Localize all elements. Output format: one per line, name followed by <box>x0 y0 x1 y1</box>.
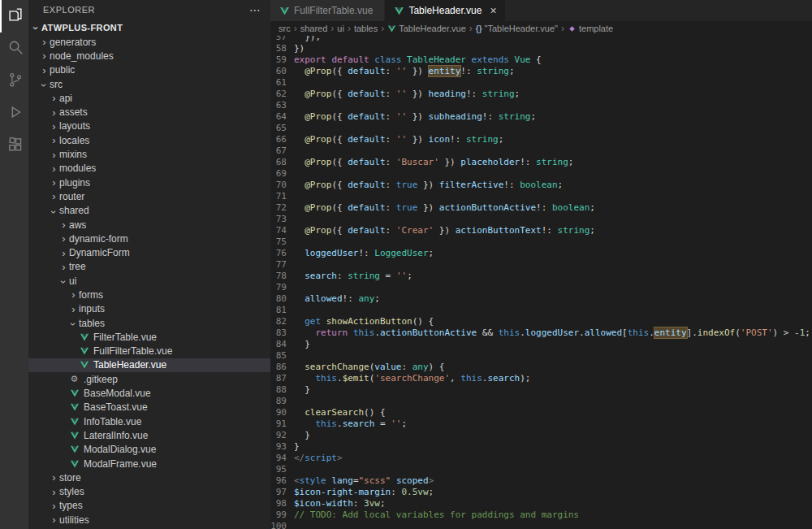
code-line[interactable]: 80 allowed!: any; <box>270 293 812 305</box>
line-number[interactable]: 65 <box>270 123 287 134</box>
line-number[interactable]: 68 <box>270 157 287 168</box>
code-line[interactable]: 69 <box>270 168 812 180</box>
line-number[interactable]: 67 <box>270 145 287 157</box>
tree-folder-utilities[interactable]: ›utilities <box>28 513 270 527</box>
code-line[interactable]: 64 @Prop({ default: '' }) subheading!: s… <box>270 111 812 123</box>
line-number[interactable]: 77 <box>270 259 287 271</box>
breadcrumb-item--tableheader.vue-[interactable]: {}"TableHeader.vue" <box>476 24 558 33</box>
breadcrumb-item-tables[interactable]: tables <box>354 24 378 33</box>
line-number[interactable]: 62 <box>270 89 287 100</box>
line-number[interactable]: 76 <box>270 248 287 259</box>
activity-search-button[interactable] <box>0 33 28 65</box>
line-number[interactable]: 75 <box>270 236 287 248</box>
project-root[interactable]: › ATWPLUS-FRONT <box>28 20 270 35</box>
line-number[interactable]: 73 <box>270 214 287 225</box>
code-line[interactable]: 96<style lang="scss" scoped> <box>270 475 812 487</box>
tree-folder-dynamic-form[interactable]: ›dynamic-form <box>28 232 270 245</box>
activity-files-button[interactable] <box>0 0 28 33</box>
tree-folder-ui[interactable]: ›ui <box>28 274 270 288</box>
code-line[interactable]: 57 }), <box>270 36 812 43</box>
code-line[interactable]: 83 return this.actionButtonActive && thi… <box>270 327 812 339</box>
tree-folder-aws[interactable]: ›aws <box>28 218 270 232</box>
tree-folder-styles[interactable]: ›styles <box>28 485 270 499</box>
activity-extensions-button[interactable] <box>0 130 28 163</box>
more-actions-icon[interactable]: ⋯ <box>249 3 261 16</box>
line-number[interactable]: 85 <box>270 350 287 362</box>
tree-file-filtertable.vue[interactable]: FilterTable.vue <box>28 330 270 344</box>
activity-source-control-button[interactable] <box>0 65 28 98</box>
tab-fullfiltertable.vue[interactable]: FullFilterTable.vue <box>270 0 385 21</box>
line-number[interactable]: 74 <box>270 225 287 236</box>
tree-folder-generators[interactable]: ›generators <box>28 35 270 49</box>
line-number[interactable]: 59 <box>270 54 287 66</box>
tree-folder-locales[interactable]: ›locales <box>28 133 270 147</box>
code-line[interactable]: 90 clearSearch() { <box>270 407 812 418</box>
activity-run-debug-button[interactable] <box>0 98 28 130</box>
code-line[interactable]: 58}) <box>270 43 812 54</box>
line-number[interactable]: 89 <box>270 396 287 407</box>
line-number[interactable]: 64 <box>270 111 287 123</box>
line-number[interactable]: 93 <box>270 441 287 453</box>
tree-file-modalframe.vue[interactable]: ModalFrame.vue <box>28 457 270 470</box>
code-line[interactable]: 79 <box>270 282 812 293</box>
tree-folder-assets[interactable]: ›assets <box>28 105 270 119</box>
line-number[interactable]: 100 <box>270 521 287 529</box>
tree-folder-forms[interactable]: ›forms <box>28 288 270 301</box>
code-line[interactable]: 60 @Prop({ default: '' }) entity!: strin… <box>270 66 812 77</box>
line-number[interactable]: 84 <box>270 339 287 350</box>
line-number[interactable]: 58 <box>270 43 287 54</box>
line-number[interactable]: 99 <box>270 509 287 521</box>
line-number[interactable]: 96 <box>270 475 287 487</box>
code-line[interactable]: 91 this.search = ''; <box>270 418 812 430</box>
line-number[interactable]: 72 <box>270 202 287 214</box>
code-line[interactable]: 94</script> <box>270 453 812 464</box>
tree-folder-store[interactable]: ›store <box>28 470 270 484</box>
line-number[interactable]: 97 <box>270 487 287 498</box>
code-line[interactable]: 76 loggedUser!: LoggedUser; <box>270 248 812 259</box>
tree-file-basemodal.vue[interactable]: BaseModal.vue <box>28 386 270 400</box>
code-line[interactable]: 66 @Prop({ default: '' }) icon!: string; <box>270 134 812 145</box>
code-line[interactable]: 92 } <box>270 430 812 441</box>
code-line[interactable]: 71 <box>270 191 812 202</box>
code-line[interactable]: 65 <box>270 123 812 134</box>
line-number[interactable]: 92 <box>270 430 287 441</box>
tree-folder-node-modules[interactable]: ›node_modules <box>28 49 270 63</box>
tree-folder-modules[interactable]: ›modules <box>28 162 270 176</box>
line-number[interactable]: 98 <box>270 498 287 509</box>
line-number[interactable]: 57 <box>270 36 287 43</box>
code-line[interactable]: 87 this.$emit('searchChange', this.searc… <box>270 373 812 384</box>
code-line[interactable]: 97$icon-right-margin: 0.5vw; <box>270 487 812 498</box>
tree-folder-layouts[interactable]: ›layouts <box>28 119 270 133</box>
code-line[interactable]: 84 } <box>270 339 812 350</box>
line-number[interactable]: 91 <box>270 418 287 430</box>
tree-folder-public[interactable]: ›public <box>28 63 270 77</box>
code-line[interactable]: 61 <box>270 77 812 89</box>
code-line[interactable]: 82 get showActionButton() { <box>270 316 812 327</box>
tree-folder-tables[interactable]: ›tables <box>28 316 270 330</box>
tree-folder-mixins[interactable]: ›mixins <box>28 147 270 161</box>
code-editor[interactable]: 57 }),58})59export default class TableHe… <box>270 36 812 529</box>
code-line[interactable]: 78 search: string = ''; <box>270 271 812 282</box>
code-line[interactable]: 70 @Prop({ default: true }) filterActive… <box>270 180 812 191</box>
code-line[interactable]: 72 @Prop({ default: true }) actionButton… <box>270 202 812 214</box>
code-line[interactable]: 81 <box>270 305 812 316</box>
code-line[interactable]: 99// TODO: Add local variables for paddi… <box>270 509 812 521</box>
line-number[interactable]: 70 <box>270 180 287 191</box>
line-number[interactable]: 83 <box>270 327 287 339</box>
line-number[interactable]: 79 <box>270 282 287 293</box>
code-line[interactable]: 95 <box>270 464 812 475</box>
breadcrumb-item-ui[interactable]: ui <box>337 24 344 33</box>
code-line[interactable]: 68 @Prop({ default: 'Buscar' }) placehol… <box>270 157 812 168</box>
tree-folder-api[interactable]: ›api <box>28 91 270 105</box>
tree-file-tableheader.vue[interactable]: TableHeader.vue <box>28 358 270 372</box>
tree-file-fullfiltertable.vue[interactable]: FullFilterTable.vue <box>28 345 270 358</box>
code-line[interactable]: 98$icon-width: 3vw; <box>270 498 812 509</box>
code-line[interactable]: 93} <box>270 441 812 453</box>
line-number[interactable]: 88 <box>270 384 287 396</box>
line-number[interactable]: 82 <box>270 316 287 327</box>
tree-folder-dynamicform[interactable]: ›DynamicForm <box>28 245 270 259</box>
tree-file-basetoast.vue[interactable]: BaseToast.vue <box>28 401 270 414</box>
tree-folder-inputs[interactable]: ›inputs <box>28 302 270 316</box>
breadcrumb-item-shared[interactable]: shared <box>300 24 328 33</box>
code-line[interactable]: 85 <box>270 350 812 362</box>
